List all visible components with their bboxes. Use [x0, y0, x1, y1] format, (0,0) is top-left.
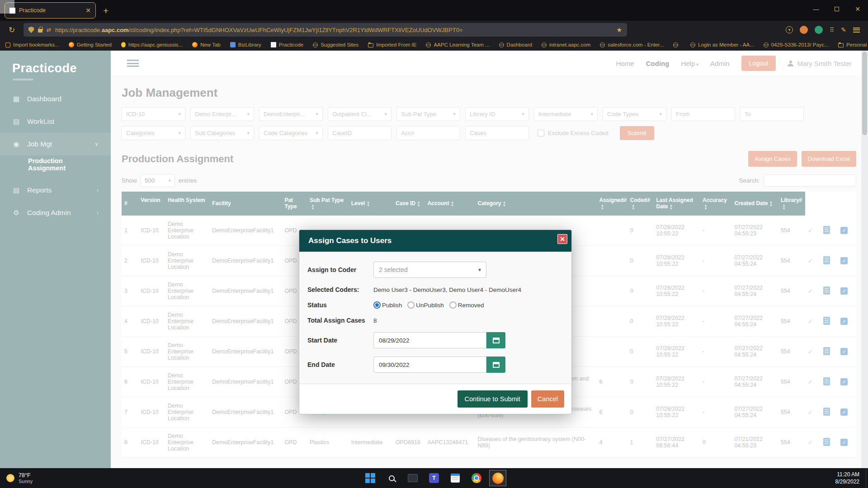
bookmark-item[interactable]: Getting Started [69, 42, 112, 47]
radio-publish[interactable]: Publish [373, 301, 402, 309]
bookmark-icon [838, 43, 844, 47]
scrollbar-thumb[interactable] [862, 52, 867, 135]
browser-tab[interactable]: Practicode ✕ [5, 2, 96, 19]
bookmark-item[interactable]: intranet.aapc.com [542, 42, 590, 47]
bookmark-item[interactable]: BizLibrary [230, 42, 261, 47]
modal-body: Assign to Coder 2 selected Selected Code… [299, 252, 571, 384]
url-bar[interactable]: ⇄ https://practicode.aapc.com/cl/coding/… [24, 23, 627, 37]
bookmark-item[interactable]: AAPC Learning Team ... [426, 42, 489, 47]
lock-icon[interactable] [38, 29, 42, 33]
modal-title: Assign Cases to Users [308, 236, 392, 245]
pocket-icon[interactable]: ▾ [786, 26, 793, 33]
bookmark-label: salesforce.com - Enter... [608, 42, 664, 47]
bookmark-icon [5, 42, 10, 47]
cancel-button[interactable]: Cancel [531, 390, 564, 408]
taskbar-weather-widget[interactable]: 78°F Sunny [0, 472, 39, 484]
total-assign-cases-value: 8 [373, 317, 377, 324]
calendar-icon [493, 362, 500, 368]
extensions-grid-icon[interactable]: ⠿ [830, 26, 834, 33]
bookmark-item[interactable]: New Tab [192, 42, 221, 47]
firefox-icon [492, 473, 504, 484]
tab-close-icon[interactable]: ✕ [85, 7, 91, 14]
bookmark-label: Getting Started [77, 42, 112, 47]
bookmark-icon [192, 42, 198, 47]
bookmark-icon [69, 42, 74, 47]
bookmark-item[interactable]: Personal [838, 42, 867, 47]
windows-logo-icon [365, 473, 375, 483]
bookmark-item[interactable]: Login as Member - AA... [690, 42, 754, 47]
bookmark-item[interactable]: Imported From IE [368, 42, 416, 47]
bookmark-item[interactable]: Suggested Sites [313, 42, 359, 47]
firefox-button[interactable] [489, 470, 506, 486]
window-maximize-icon[interactable] [826, 0, 847, 18]
extension-avatar-icon[interactable] [800, 26, 808, 34]
modal-footer: Continue to Submit Cancel [299, 384, 571, 414]
taskbar-clock[interactable]: 11:20 AM 8/29/2022 [835, 471, 866, 485]
extension-green-icon[interactable] [815, 26, 823, 34]
file-explorer-button[interactable] [404, 470, 421, 486]
total-assign-cases-label: Total Assign Cases [307, 317, 373, 324]
modal-close-button[interactable]: ✕ [557, 234, 567, 244]
bookmark-icon [121, 42, 126, 47]
radio-removed[interactable]: Removed [449, 301, 484, 309]
start-button[interactable] [362, 470, 379, 486]
forward-icon[interactable]: → [0, 0, 14, 14]
radio-unpublish[interactable]: UnPublish [407, 301, 444, 309]
tracking-shield-icon[interactable] [28, 27, 34, 33]
radio-selected-icon [373, 301, 381, 309]
bookmark-item[interactable]: Import bookmarks... [5, 42, 59, 47]
bookmark-label: Personal [846, 42, 867, 47]
window-minimize-icon[interactable]: — [806, 0, 826, 18]
bookmark-item[interactable]: salesforce.com - Enter... [600, 42, 664, 47]
toolbar-extension-icons: ▾ ⠿ ✎ [786, 26, 863, 34]
bookmark-item[interactable]: Dashboard [499, 42, 532, 47]
sun-icon [6, 474, 14, 482]
end-date-label: End Date [307, 361, 373, 368]
status-label: Status [307, 301, 373, 309]
clock-date: 8/29/2022 [835, 478, 859, 485]
reload-icon[interactable]: ↻ [5, 23, 19, 37]
start-date-input[interactable] [373, 332, 486, 348]
end-date-input[interactable] [373, 357, 486, 373]
taskbar-search-button[interactable] [383, 470, 400, 486]
bookmark-label: Import bookmarks... [13, 42, 59, 47]
bookmark-label: New Tab [200, 42, 221, 47]
new-tab-button[interactable]: + [103, 6, 108, 15]
weather-temp: 78°F [19, 472, 33, 479]
bookmark-label: https://aapc.geniussis... [128, 42, 183, 47]
bookmark-icon [690, 42, 695, 47]
edit-icon[interactable]: ✎ [841, 26, 846, 33]
continue-to-submit-button[interactable]: Continue to Submit [458, 390, 528, 408]
window-close-icon[interactable]: ✕ [847, 0, 868, 18]
bookmark-icon [673, 42, 678, 47]
bookmark-item[interactable] [673, 42, 681, 47]
permissions-icon[interactable]: ⇄ [47, 27, 51, 33]
teams-button[interactable] [425, 470, 443, 486]
calendar-app-button[interactable] [447, 470, 464, 486]
chrome-icon [472, 473, 481, 483]
bookmark-item[interactable]: Practicode [271, 42, 303, 47]
clock-time: 11:20 AM [835, 471, 859, 478]
page-scrollbar[interactable] [861, 51, 868, 468]
menu-icon[interactable] [853, 28, 860, 33]
bookmark-icon [499, 42, 504, 47]
start-date-calendar-button[interactable] [486, 332, 505, 348]
assign-to-coder-select[interactable]: 2 selected [373, 262, 486, 278]
bookmark-item[interactable]: https://aapc.geniussis... [121, 42, 183, 47]
tab-title: Practicode [19, 7, 46, 14]
chrome-button[interactable] [468, 470, 485, 486]
file-explorer-icon [408, 474, 418, 482]
selected-coders-value: Demo User3 - DemoUser3, Demo User4 - Dem… [373, 286, 521, 293]
bookmark-label: Imported From IE [376, 42, 416, 47]
bookmark-item[interactable]: 0429-S336-2013/ Payc... [764, 42, 829, 47]
modal-header: Assign Cases to Users ✕ [299, 230, 571, 252]
show-desktop-button[interactable] [866, 468, 868, 488]
screen: Practicode ✕ + — ✕ ← → ↻ ⇄ https://pract… [0, 0, 868, 488]
radio-icon [449, 301, 457, 309]
end-date-calendar-button[interactable] [486, 357, 505, 373]
page-viewport: Practicode ▦ Dashboard ▤ WorkList ◉ Job … [0, 51, 868, 468]
bookmarks-bar: Import bookmarks... Getting Started http… [0, 39, 868, 51]
bookmark-star-icon[interactable]: ★ [616, 26, 622, 33]
search-icon [389, 475, 395, 481]
selected-coders-label: Selected Coders: [307, 286, 373, 293]
